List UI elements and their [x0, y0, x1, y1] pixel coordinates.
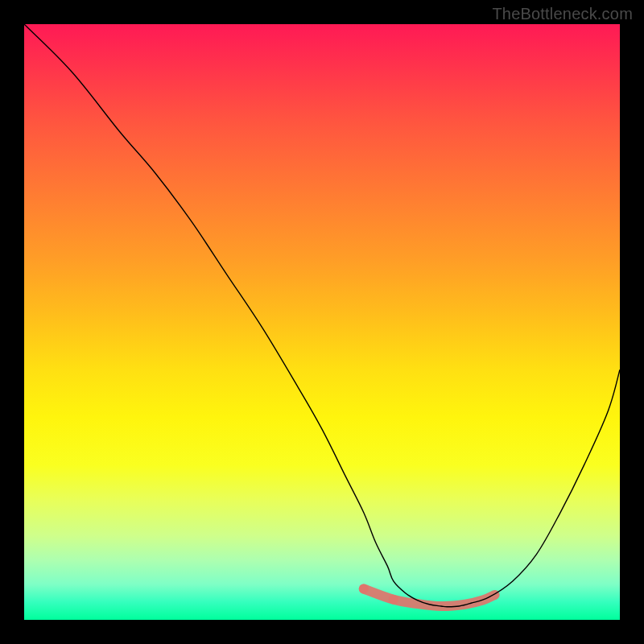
optimal-region-dot: [389, 595, 398, 605]
optimal-region-highlight: [364, 589, 495, 606]
bottleneck-curve: [24, 24, 620, 607]
chart-overlay: [24, 24, 620, 620]
watermark-text: TheBottleneck.com: [492, 5, 633, 23]
chart-stage: TheBottleneck.com: [0, 0, 644, 644]
plot-area: [24, 24, 620, 620]
optimal-region-dot: [359, 584, 369, 594]
